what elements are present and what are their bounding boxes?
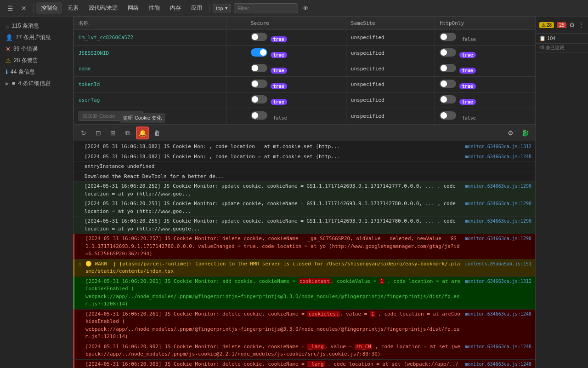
- copy-btn[interactable]: ⧉: [121, 126, 134, 139]
- delete-cookies-btn[interactable]: 🗑: [151, 126, 164, 139]
- save-btn[interactable]: ⊞: [107, 126, 119, 139]
- log-source[interactable]: monitor.634663ca.js:1290: [465, 200, 532, 207]
- highlight-lang: _lang: [307, 361, 324, 367]
- cookie-row: Hm_lvt_cc8260Ca572 true unspecified fals…: [74, 30, 535, 46]
- sidebar-item-warnings[interactable]: ⚠ 28 条警告: [0, 55, 73, 66]
- plugin-btn[interactable]: 🐉: [519, 126, 531, 139]
- cookie-secure-cell: true: [246, 77, 346, 92]
- log-source[interactable]: monitor.634663ca.js:1248: [465, 343, 532, 350]
- log-source[interactable]: monitor.634663ca.js:1312: [465, 143, 532, 150]
- add-col2: [226, 108, 246, 124]
- toggle-secure[interactable]: [251, 95, 267, 104]
- log-source[interactable]: monitor.634663ca.js:1290: [465, 183, 532, 190]
- log-source[interactable]: monitor.634663ca.js:1248: [465, 361, 532, 368]
- tab-sources[interactable]: 源代码/来源: [84, 2, 122, 14]
- log-source[interactable]: monitor.634663ca.js:1290: [465, 218, 532, 224]
- tab-network[interactable]: 网络: [123, 2, 143, 14]
- toggle-httponly[interactable]: [440, 33, 456, 41]
- tab-performance[interactable]: 性能: [144, 2, 164, 14]
- sidebar-item-errors[interactable]: ✕ 39 个错误: [0, 43, 73, 55]
- col-name: 名称: [74, 17, 226, 30]
- log-source[interactable]: monitor.634663ca.js:1290: [465, 235, 532, 242]
- nav-tabs: 控制台 元素 源代码/来源 网络 性能 内存 应用: [36, 2, 207, 14]
- log-source[interactable]: monitor.634663ca.js:1248: [465, 310, 532, 317]
- log-source[interactable]: monitor.634663ca.js:1248: [465, 153, 532, 160]
- add-cookie-input[interactable]: [79, 111, 143, 121]
- cookie-name-cell: JSESSIONID: [74, 46, 226, 61]
- cookie-col2: [226, 46, 246, 61]
- sidebar-item-info[interactable]: ℹ 44 条信息: [0, 66, 73, 78]
- add-toggle-secure[interactable]: [251, 111, 267, 120]
- total-count: 📋 104: [539, 35, 555, 41]
- toggle-httponly[interactable]: [440, 95, 456, 104]
- tab-elements[interactable]: 元素: [63, 2, 83, 14]
- cookie-secure-cell: true: [246, 30, 346, 46]
- listen-cookies-btn[interactable]: 🔔 监听 Cookie 变化: [136, 126, 149, 139]
- cookie-httponly-cell: true: [435, 46, 535, 61]
- warnings-icon: ⚠: [6, 57, 11, 64]
- log-entry: ⚠ 🟡 WARN | [plasmo/parcel-runtime]: Conn…: [74, 259, 535, 277]
- right-panel-header: ⚠ 28 25 ⚙ ⋮ ✕: [536, 17, 588, 34]
- right-panel: ⚠ 28 25 ⚙ ⋮ ✕ 📋 104 48 条已隐藏: [535, 17, 588, 368]
- cookie-name-cell: name: [74, 61, 226, 77]
- listen-icon: 🔔: [139, 129, 147, 137]
- sidebar-item-verbose[interactable]: ▶ ≡ 4 条详细信息: [0, 78, 73, 89]
- nav-close-btn[interactable]: ✕: [17, 2, 30, 15]
- verbose-icon: ≡: [12, 80, 16, 87]
- log-entry: [2024-05-31 16:06:20.261] JS Cookie Moni…: [74, 277, 535, 310]
- settings-btn[interactable]: ⚙: [504, 126, 517, 139]
- log-text: [2024-05-31 16:06:20.253] JS Cookie Moni…: [85, 200, 462, 215]
- toggle-httponly[interactable]: [440, 48, 456, 57]
- toggle-secure[interactable]: [251, 64, 267, 72]
- expand-icon: ▶: [6, 81, 9, 86]
- log-text: [2024-05-31 16:06:20.903] JS Cookie Moni…: [85, 361, 462, 368]
- tab-application[interactable]: 应用: [187, 2, 207, 14]
- cookie-table: 名称 Secure SameSite HttpOnly Hm_lvt_cc826…: [74, 17, 535, 124]
- toggle-secure[interactable]: [251, 33, 267, 41]
- sidebar-label-warnings: 28 条警告: [14, 57, 38, 64]
- cookie-httponly-cell: true: [435, 77, 535, 92]
- more-options-btn[interactable]: ⋮: [578, 18, 584, 31]
- nav-separator-2: [209, 4, 210, 13]
- toggle-secure[interactable]: [251, 80, 267, 88]
- nav-menu-btn[interactable]: ☰: [4, 2, 17, 15]
- cookie-toolbar: ↻ ⊡ ⊞ ⧉ 🔔 监听 Cookie 变化 🗑 ⚙ 🐉: [74, 124, 535, 141]
- right-panel-subheader: 📋 104: [536, 34, 588, 44]
- all-messages-icon: ≡: [6, 23, 9, 29]
- cookie-overlay: 名称 Secure SameSite HttpOnly Hm_lvt_cc826…: [74, 17, 535, 141]
- add-toggle-httponly[interactable]: [440, 111, 456, 120]
- log-source[interactable]: monitor.634663ca.js:1312: [465, 278, 532, 285]
- settings-right-btn[interactable]: ⚙: [569, 18, 575, 31]
- warn-count: 28: [547, 23, 552, 28]
- error-count: 25: [559, 23, 564, 28]
- cookie-row: false unspecified false: [74, 108, 535, 124]
- cookie-secure-cell: true: [246, 46, 346, 61]
- log-text: [2024-05-31 16:06:18.082] JS Cookie Mon:…: [85, 143, 462, 151]
- cookie-row: userTag true unspecified true: [74, 92, 535, 108]
- col-col2: [226, 17, 246, 30]
- log-entry: [2024-05-31 16:06:20.252] JS Cookie Moni…: [74, 182, 535, 199]
- secure-badge: true: [271, 68, 287, 74]
- sidebar-item-user[interactable]: 👤 77 条用户消息: [0, 32, 73, 43]
- tab-console[interactable]: 控制台: [36, 2, 62, 14]
- cookie-samesite-cell: unspecified: [346, 77, 435, 92]
- toggle-httponly[interactable]: [440, 80, 456, 88]
- filter-input[interactable]: [234, 3, 298, 13]
- tab-memory[interactable]: 内存: [165, 2, 186, 14]
- refresh-cookies-btn[interactable]: ↻: [77, 126, 90, 139]
- add-secure-badge: false: [271, 115, 290, 121]
- eye-button[interactable]: 👁: [299, 2, 312, 15]
- top-nav: ☰ ✕ 控制台 元素 源代码/来源 网络 性能 内存 应用 top ▾ 👁: [0, 0, 588, 17]
- screenshot-btn[interactable]: ⊡: [92, 126, 105, 139]
- secure-badge: true: [271, 99, 287, 105]
- sidebar-item-all[interactable]: ≡ 115 条消息: [0, 20, 73, 32]
- secure-badge: true: [271, 83, 287, 89]
- level-selector[interactable]: top ▾: [213, 4, 231, 12]
- toggle-secure[interactable]: [251, 48, 267, 57]
- log-source[interactable]: contents.85aba5ab.js:151: [465, 260, 532, 267]
- httponly-badge: false: [459, 36, 479, 42]
- toggle-httponly[interactable]: [440, 64, 456, 72]
- sidebar-label-errors: 39 个错误: [13, 45, 38, 53]
- total-count-icon: 📋: [539, 35, 546, 41]
- add-secure-toggle[interactable]: false: [246, 108, 346, 124]
